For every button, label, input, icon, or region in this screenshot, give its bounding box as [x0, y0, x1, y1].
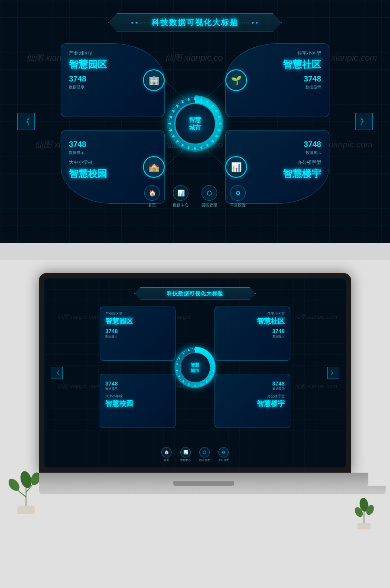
data-icon: 📊 [173, 185, 188, 201]
laptop-panels: 产业园区型 智慧园区 3748 数据显示 住宅小区型 智慧社区 3748 数据显… [100, 307, 290, 428]
banner-title: 科技数据可视化大标题 [152, 17, 238, 28]
tr-title: 智慧社区 [234, 58, 321, 71]
laptop-settings-icon: ⚙ [218, 447, 229, 457]
laptop-panel-bl: 3748 数据显示 大中小学校 智慧校园 [100, 374, 176, 428]
icon-node-chart: 📊 [225, 156, 247, 178]
nav-item-manage[interactable]: ⬡ 园区管理 [202, 185, 217, 208]
svg-marker-5 [194, 96, 196, 100]
laptop-manage-icon: ⬡ [199, 447, 210, 457]
settings-icon: ⚙ [230, 185, 246, 201]
svg-marker-59 [175, 363, 178, 365]
svg-marker-14 [211, 140, 215, 144]
l-tr-subtitle: 住宅小区型 [220, 311, 285, 316]
manage-icon: ⬡ [202, 185, 217, 201]
br-number: 3748 [234, 140, 321, 149]
svg-marker-54 [194, 385, 196, 387]
br-number-label: 数据显示 [234, 150, 321, 156]
svg-point-44 [176, 348, 214, 386]
laptop-base-full [39, 486, 386, 494]
svg-marker-10 [218, 115, 221, 119]
l-tl-number-label: 数据显示 [105, 334, 170, 339]
svg-marker-9 [215, 109, 219, 113]
laptop-header-bar: 科技数据可视化大标题 [134, 287, 256, 300]
laptop-bottom-nav: 🏠 首页 📊 数据中心 ⬡ 园区管理 ⚙ 平台设置 [161, 447, 229, 462]
svg-marker-47 [205, 351, 208, 354]
bl-number: 3748 [69, 140, 156, 149]
laptop-section: 仙图 xianpic.com 仙图 xianpic. 仙图 xianpic.co… [0, 260, 390, 588]
l-tl-title: 智慧园区 [105, 317, 170, 326]
nav-item-data[interactable]: 📊 数据中心 [173, 185, 188, 208]
laptop-right-arrow[interactable]: 》 [327, 367, 339, 379]
icon-node-plant: 🌱 [225, 69, 247, 91]
main-content-area: 产业园区型 智慧园区 3748 数据显示 住宅小区型 智慧社区 [35, 43, 355, 217]
l-bl-title: 智慧校园 [105, 399, 170, 408]
tl-title: 智慧园区 [69, 58, 156, 71]
l-br-number-label: 数据显示 [220, 387, 285, 391]
svg-marker-20 [175, 140, 179, 144]
svg-marker-45 [194, 347, 196, 350]
tr-number: 3748 [304, 75, 321, 84]
center-city-text: 智慧城市 [189, 116, 201, 131]
nav-label-settings: 平台设置 [230, 203, 246, 208]
center-circle: 智慧城市 [167, 95, 223, 152]
laptop-nav-home[interactable]: 🏠 首页 [161, 447, 172, 462]
svg-rect-31 [17, 506, 35, 514]
plant-left [9, 467, 43, 519]
laptop-banner-title: 科技数据可视化大标题 [167, 290, 223, 297]
right-nav-arrow[interactable]: 》 [355, 113, 373, 130]
svg-marker-18 [187, 146, 190, 150]
tr-number-label: 数据显示 [304, 85, 321, 90]
svg-marker-12 [218, 128, 221, 132]
svg-marker-13 [215, 134, 219, 138]
laptop-home-icon: 🏠 [161, 447, 172, 457]
svg-marker-8 [211, 103, 215, 108]
svg-marker-27 [180, 99, 184, 104]
nav-item-home[interactable]: 🏠 首页 [144, 185, 160, 208]
laptop-nav-manage[interactable]: ⬡ 园区管理 [199, 447, 210, 462]
plant-right [351, 497, 377, 532]
laptop-screen-outer: 仙图 xianpic.com 仙图 xianpic. 仙图 xianpic.co… [39, 273, 351, 473]
laptop-nav-settings[interactable]: ⚙ 平台设置 [218, 447, 229, 462]
laptop-nav-label-manage: 园区管理 [199, 458, 210, 462]
tl-subtitle: 产业园区型 [69, 50, 156, 56]
left-nav-arrow[interactable]: 《 [17, 113, 35, 130]
svg-marker-11 [219, 122, 222, 125]
nav-label-home: 首页 [148, 203, 156, 208]
divider [0, 243, 390, 260]
laptop-left-arrow[interactable]: 《 [51, 367, 63, 379]
tl-number-label: 数据显示 [69, 85, 86, 90]
laptop-nav-label-settings: 平台设置 [218, 458, 229, 462]
home-icon: 🏠 [144, 185, 160, 201]
laptop-base-top [39, 473, 368, 486]
svg-marker-15 [206, 144, 210, 148]
laptop-nav-data[interactable]: 📊 数据中心 [180, 447, 191, 462]
l-bl-subtitle: 大中小学校 [105, 394, 170, 399]
svg-marker-46 [200, 348, 203, 351]
svg-marker-26 [175, 103, 179, 108]
l-tl-number: 3748 [105, 328, 170, 334]
laptop-panel-br: 3748 数据显示 办公楼宇型 智慧楼宇 [214, 374, 290, 428]
svg-marker-61 [182, 351, 185, 354]
l-bl-number-label: 数据显示 [105, 387, 170, 391]
laptop-nav-label-home: 首页 [164, 458, 169, 462]
bottom-nav: 🏠 首页 📊 数据中心 ⬡ 园区管理 ⚙ 平台设置 [144, 185, 246, 208]
l-br-subtitle: 办公楼宇型 [220, 394, 285, 399]
svg-rect-39 [358, 523, 370, 529]
svg-marker-24 [168, 115, 172, 119]
svg-marker-58 [175, 369, 178, 372]
svg-marker-51 [210, 375, 213, 378]
laptop-center-circle: 智慧城市 [175, 347, 216, 388]
bl-number-label: 数据显示 [69, 150, 156, 156]
l-bl-number: 3748 [105, 380, 170, 387]
svg-marker-49 [212, 363, 215, 365]
l-tr-title: 智慧社区 [220, 317, 285, 326]
laptop-screen: 仙图 xianpic.com 仙图 xianpic. 仙图 xianpic.co… [44, 278, 346, 467]
nav-item-settings[interactable]: ⚙ 平台设置 [230, 185, 246, 208]
laptop-data-icon: 📊 [180, 447, 191, 457]
icon-node-school: 🏫 [143, 156, 165, 178]
svg-point-36 [9, 477, 22, 493]
laptop-nav-label-data: 数据中心 [180, 458, 191, 462]
svg-marker-7 [206, 99, 210, 104]
laptop-panel-tr: 住宅小区型 智慧社区 3748 数据显示 [214, 307, 290, 361]
header-bar: ◄◄ ····· 科技数据可视化大标题 ····· ►► [108, 13, 282, 32]
